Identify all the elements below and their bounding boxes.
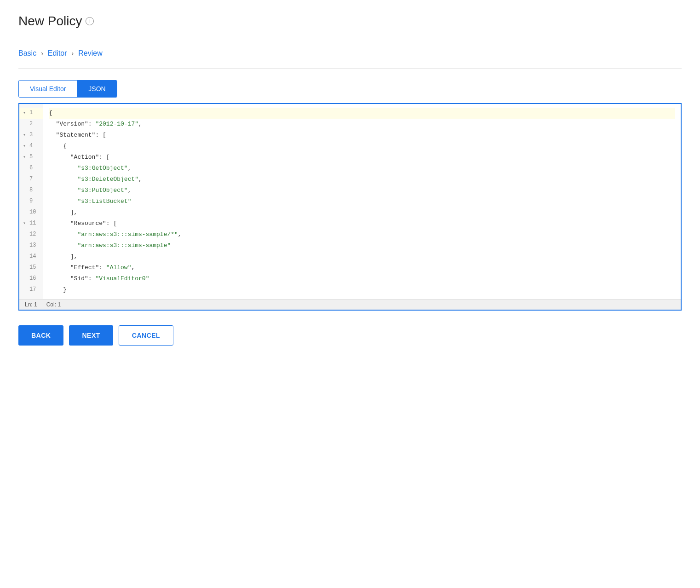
code-area[interactable]: ▾ 1 2 ▾ 3 ▾ 4 ▾ 5 6 [19, 104, 681, 299]
breadcrumb: Basic › Editor › Review [18, 49, 682, 58]
json-editor[interactable]: ▾ 1 2 ▾ 3 ▾ 4 ▾ 5 6 [18, 103, 682, 311]
collapse-arrow[interactable]: ▾ [23, 154, 28, 161]
code-line-12: "arn:aws:s3:::sims-sample/*", [49, 229, 675, 240]
line-number-row: 15 [19, 262, 43, 273]
line-number-row: 14 [19, 251, 43, 262]
line-number-row: 17 [19, 284, 43, 295]
line-number-row: 8 [19, 185, 43, 196]
status-line: Ln: 1 [25, 301, 37, 308]
line-number-row: ▾ 1 [19, 108, 43, 119]
collapse-arrow[interactable]: ▾ [23, 220, 28, 227]
next-button[interactable]: NEXT [69, 325, 113, 346]
breadcrumb-chevron-1: › [41, 50, 43, 57]
page-title: New Policy [18, 14, 82, 29]
line-number-row: ▾ 11 [19, 218, 43, 229]
code-line-2: "Version": "2012-10-17", [49, 119, 675, 130]
breadcrumb-divider [18, 69, 682, 69]
line-number-row: 13 [19, 240, 43, 251]
editor-status-bar: Ln: 1 Col: 1 [19, 299, 681, 310]
line-number-row: ▾ 4 [19, 141, 43, 152]
collapse-arrow[interactable]: ▾ [23, 143, 28, 150]
code-line-3: "Statement": [ [49, 130, 675, 141]
breadcrumb-editor[interactable]: Editor [48, 49, 67, 58]
info-icon[interactable]: i [86, 17, 94, 25]
line-number-row: 6 [19, 163, 43, 174]
editor-tabs: Visual Editor JSON [18, 80, 117, 98]
code-line-4: { [49, 141, 675, 152]
code-line-17: } [49, 284, 675, 295]
code-line-14: ], [49, 251, 675, 262]
line-number-row: 2 [19, 119, 43, 130]
code-line-15: "Effect": "Allow", [49, 262, 675, 273]
cancel-button[interactable]: CANCEL [119, 325, 173, 346]
code-line-1: { [49, 108, 675, 119]
code-line-10: ], [49, 207, 675, 218]
line-number-row: 10 [19, 207, 43, 218]
collapse-arrow[interactable]: ▾ [23, 110, 28, 117]
code-line-9: "s3:ListBucket" [49, 196, 675, 207]
line-number-row: 12 [19, 229, 43, 240]
code-line-16: "Sid": "VisualEditor0" [49, 273, 675, 284]
action-buttons: BACK NEXT CANCEL [18, 325, 682, 346]
code-line-8: "s3:PutObject", [49, 185, 675, 196]
title-divider [18, 38, 682, 38]
collapse-arrow[interactable]: ▾ [23, 132, 28, 139]
code-line-11: "Resource": [ [49, 218, 675, 229]
line-number-row: 16 [19, 273, 43, 284]
code-line-13: "arn:aws:s3:::sims-sample" [49, 240, 675, 251]
breadcrumb-review[interactable]: Review [78, 49, 102, 58]
line-number-row: 9 [19, 196, 43, 207]
line-number-row: ▾ 3 [19, 130, 43, 141]
code-lines[interactable]: { "Version": "2012-10-17", "Statement": … [43, 104, 681, 299]
tab-json[interactable]: JSON [77, 81, 116, 97]
code-line-7: "s3:DeleteObject", [49, 174, 675, 185]
code-line-6: "s3:GetObject", [49, 163, 675, 174]
line-numbers: ▾ 1 2 ▾ 3 ▾ 4 ▾ 5 6 [19, 104, 43, 299]
breadcrumb-chevron-2: › [72, 50, 74, 57]
line-number-row: ▾ 5 [19, 152, 43, 163]
tab-visual-editor[interactable]: Visual Editor [19, 81, 77, 97]
code-line-5: "Action": [ [49, 152, 675, 163]
back-button[interactable]: BACK [18, 325, 63, 346]
breadcrumb-basic[interactable]: Basic [18, 49, 36, 58]
line-number-row: 7 [19, 174, 43, 185]
status-col: Col: 1 [46, 301, 61, 308]
